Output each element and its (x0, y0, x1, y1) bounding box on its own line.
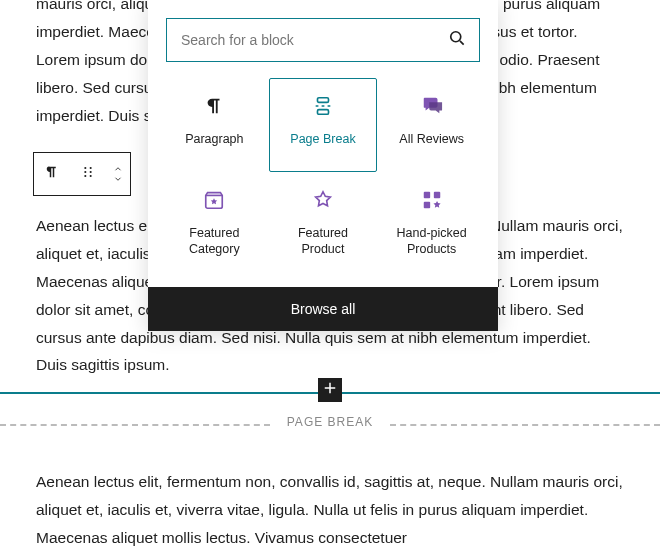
featured-product-icon (310, 187, 336, 213)
block-item-featured-category[interactable]: Featured Category (160, 172, 269, 269)
drag-handle[interactable] (70, 153, 106, 195)
plus-icon (321, 379, 339, 401)
search-icon[interactable] (447, 28, 467, 52)
paragraph-block[interactable]: Aenean lectus elit, fermentum non, conva… (36, 468, 624, 552)
page-break-icon (310, 93, 336, 119)
block-item-label: All Reviews (399, 131, 464, 147)
block-item-all-reviews[interactable]: All Reviews (377, 78, 486, 172)
drag-icon (80, 164, 96, 184)
svg-point-1 (84, 171, 86, 173)
block-item-label: Featured Product (276, 225, 371, 258)
svg-point-0 (84, 167, 86, 169)
add-block-button[interactable] (318, 378, 342, 402)
svg-rect-10 (433, 192, 439, 198)
page-break-label: PAGE BREAK (287, 415, 373, 429)
paragraph-icon (201, 93, 227, 119)
move-down-button[interactable] (111, 174, 125, 184)
block-item-featured-product[interactable]: Featured Product (269, 172, 378, 269)
svg-rect-11 (423, 202, 429, 208)
block-search-input[interactable] (181, 32, 435, 48)
paragraph-icon (43, 163, 61, 185)
hand-picked-icon (419, 187, 445, 213)
block-type-button[interactable] (34, 153, 70, 195)
block-item-label: Featured Category (167, 225, 262, 258)
featured-category-icon (201, 187, 227, 213)
block-inserter-popover: Paragraph Page Break All Reviews Feature… (148, 0, 498, 331)
reviews-icon (419, 93, 445, 119)
block-search (166, 18, 480, 62)
move-up-button[interactable] (111, 164, 125, 174)
browse-all-button[interactable]: Browse all (148, 287, 498, 331)
block-item-paragraph[interactable]: Paragraph (160, 78, 269, 172)
block-item-hand-picked-products[interactable]: Hand-picked Products (377, 172, 486, 269)
svg-point-5 (90, 175, 92, 177)
block-grid: Paragraph Page Break All Reviews Feature… (148, 72, 498, 287)
svg-rect-7 (317, 98, 328, 103)
page-break-separator: PAGE BREAK (0, 424, 660, 426)
svg-point-6 (451, 32, 461, 42)
block-item-label: Page Break (290, 131, 355, 147)
svg-point-4 (90, 171, 92, 173)
svg-point-2 (84, 175, 86, 177)
block-item-label: Hand-picked Products (384, 225, 479, 258)
svg-point-3 (90, 167, 92, 169)
block-toolbar (33, 152, 131, 196)
block-item-label: Paragraph (185, 131, 243, 147)
move-buttons (106, 153, 130, 195)
block-item-page-break[interactable]: Page Break (269, 78, 378, 172)
svg-rect-9 (423, 192, 429, 198)
svg-rect-8 (317, 110, 328, 115)
